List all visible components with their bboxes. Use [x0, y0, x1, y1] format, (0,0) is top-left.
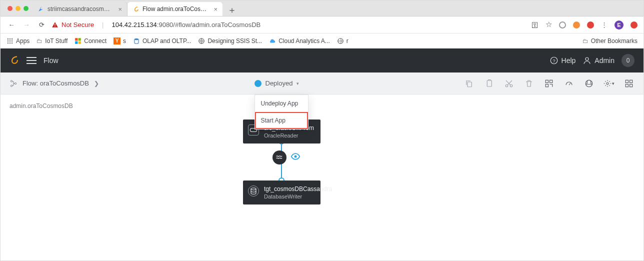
help-button[interactable]: ? Help: [550, 56, 576, 65]
settings-button[interactable]: ▾: [604, 78, 614, 89]
layout-button[interactable]: [544, 78, 554, 89]
svg-rect-1: [54, 26, 55, 26]
flow-canvas[interactable]: admin.oraToCosmosDB src_oracleOnPrem Ora…: [0, 94, 644, 260]
svg-point-23: [14, 82, 16, 84]
menu-item-start[interactable]: Start App: [255, 112, 308, 129]
svg-text:?: ?: [552, 58, 556, 64]
menu-kebab[interactable]: ⋮: [601, 21, 608, 28]
svg-point-38: [294, 156, 297, 158]
svg-rect-14: [78, 41, 81, 44]
svg-point-39: [251, 188, 256, 190]
bookmark-item[interactable]: Cloud Analytics A...: [269, 38, 330, 44]
forward-button[interactable]: →: [22, 21, 32, 28]
help-icon: ?: [550, 56, 558, 65]
folder-icon: 🗀: [36, 38, 42, 44]
svg-point-5: [8, 40, 8, 41]
status-dot-icon: [254, 80, 262, 87]
other-bookmarks[interactable]: 🗀Other Bookmarks: [582, 38, 638, 44]
wave-icon: [272, 150, 286, 164]
warning-icon: [52, 22, 58, 28]
back-button[interactable]: ←: [6, 21, 16, 28]
new-tab-button[interactable]: ＋: [222, 4, 242, 16]
menu-button[interactable]: [26, 57, 36, 64]
bookmark-item[interactable]: 🗀IoT Stuff: [36, 38, 68, 44]
security-status[interactable]: Not Secure: [52, 21, 94, 28]
svg-rect-34: [630, 80, 632, 82]
profile-avatar[interactable]: E: [614, 20, 624, 30]
reload-button[interactable]: ⟳: [36, 21, 46, 28]
svg-point-15: [134, 38, 138, 40]
svg-rect-25: [487, 80, 492, 86]
admin-button[interactable]: Admin: [582, 56, 614, 65]
apps-icon: [6, 38, 14, 44]
svg-rect-29: [550, 80, 552, 82]
svg-rect-35: [626, 84, 628, 86]
svg-rect-0: [54, 24, 55, 26]
key-icon[interactable]: ⚿: [532, 21, 538, 29]
stream-node[interactable]: [272, 150, 300, 164]
alert-button[interactable]: [584, 78, 594, 89]
svg-rect-36: [630, 84, 632, 86]
svg-rect-30: [546, 84, 548, 86]
db-icon: [133, 38, 140, 44]
svg-point-7: [12, 40, 12, 41]
striim-logo-icon[interactable]: [10, 54, 20, 67]
azure-icon: [38, 6, 44, 12]
apps-button[interactable]: Apps: [6, 38, 30, 44]
deploy-menu: Undeploy App Start App: [254, 94, 308, 130]
bookmark-item[interactable]: Ys: [114, 38, 126, 44]
tab-close-icon[interactable]: ×: [214, 6, 218, 13]
chevron-down-icon: ▾: [296, 81, 299, 86]
bookmark-item[interactable]: Connect: [74, 38, 106, 44]
svg-point-4: [12, 38, 12, 39]
svg-point-6: [10, 40, 10, 41]
cut-button[interactable]: [504, 78, 514, 89]
svg-rect-13: [75, 41, 78, 44]
copy-button[interactable]: [464, 78, 474, 89]
svg-point-8: [8, 42, 8, 43]
folder-icon: 🗀: [582, 38, 588, 44]
cloud-icon: [269, 38, 276, 44]
browser-tab-strip: striimcassandracosmos - Data × Flow admi…: [0, 0, 644, 16]
breadcrumb[interactable]: Flow: oraToCosmosDB ❯: [10, 80, 99, 88]
paste-button[interactable]: [484, 78, 494, 89]
svg-rect-11: [75, 38, 78, 40]
menu-item-undeploy[interactable]: Undeploy App: [255, 95, 308, 112]
node-target[interactable]: tgt_cosmosDBCassandra DatabaseWriter: [243, 180, 320, 204]
flow-name: Flow: oraToCosmosDB: [22, 80, 89, 87]
ext-icon[interactable]: [559, 22, 566, 28]
node-subtitle: DatabaseWriter: [264, 194, 314, 200]
browser-tab[interactable]: striimcassandracosmos - Data ×: [32, 2, 128, 16]
ext-icon[interactable]: [573, 22, 580, 28]
svg-point-20: [586, 58, 588, 60]
svg-rect-33: [626, 80, 628, 82]
tab-close-icon[interactable]: ×: [118, 6, 122, 13]
zoom-icon[interactable]: [24, 6, 28, 11]
canvas-path: admin.oraToCosmosDB: [10, 102, 73, 110]
svg-point-9: [10, 42, 10, 43]
close-icon[interactable]: [8, 6, 12, 11]
star-icon[interactable]: ☆: [546, 20, 552, 29]
svg-point-21: [10, 80, 12, 82]
browser-tab[interactable]: Flow admin.oraToCosmosDB ×: [128, 2, 222, 16]
svg-rect-24: [468, 82, 472, 87]
svg-point-32: [606, 82, 608, 84]
url-text[interactable]: 104.42.215.134:9080/#flow/admin.oraToCos…: [112, 21, 260, 28]
svg-point-22: [10, 85, 12, 86]
ms-icon: [74, 38, 82, 44]
deploy-status[interactable]: Deployed ▾ Undeploy App Start App: [254, 80, 300, 87]
notification-count[interactable]: 0: [622, 54, 634, 67]
gauge-button[interactable]: [564, 78, 574, 89]
ext-icon[interactable]: [587, 22, 594, 28]
grid-button[interactable]: [624, 78, 634, 89]
bookmark-item[interactable]: Designing SSIS St...: [198, 38, 262, 44]
app-top-bar: Flow ? Help Admin 0: [0, 48, 644, 72]
bookmark-item[interactable]: OLAP and OLTP...: [133, 38, 191, 44]
preview-eye-icon[interactable]: [290, 152, 300, 164]
minimize-icon[interactable]: [16, 6, 20, 11]
ext-icon[interactable]: [630, 22, 638, 28]
delete-button[interactable]: [524, 78, 534, 89]
window-controls: [4, 0, 32, 16]
bookmark-item[interactable]: r: [337, 38, 348, 44]
svg-point-3: [10, 38, 10, 39]
